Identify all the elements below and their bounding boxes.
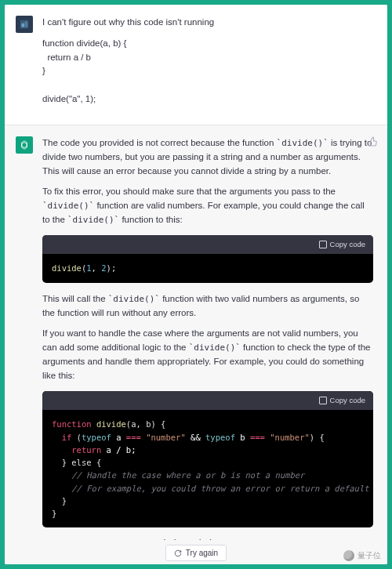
assistant-paragraph: The code you provided is not correct bec… — [42, 136, 373, 178]
clipboard-icon — [319, 241, 327, 248]
code-token: } — [52, 496, 67, 506]
code-token: === — [250, 433, 270, 442]
code-token: if — [52, 433, 77, 442]
text-span: The code you provided is not correct bec… — [42, 138, 277, 147]
inline-code: `divide()` — [277, 138, 328, 148]
copy-code-button[interactable]: Copy code — [330, 239, 365, 251]
inline-code: `divide()` — [108, 294, 160, 304]
inline-code: `a` — [162, 538, 178, 540]
text-span: This will check the type of the — [42, 538, 162, 540]
copy-code-button[interactable]: Copy code — [330, 395, 365, 407]
text-span: and — [178, 538, 198, 540]
code-token: (a, b) { — [126, 419, 166, 429]
code-token: // Handle the case where a or b is not a… — [52, 470, 304, 480]
text-span: This will call the — [42, 294, 108, 303]
chat-frame: I can't figure out why this code isn't r… — [5, 5, 387, 564]
inline-code: `divide()` — [42, 201, 94, 211]
code-content: function divide(a, b) { if (typeof a ===… — [42, 410, 373, 527]
refresh-icon — [174, 549, 182, 557]
code-token: typeof — [82, 433, 116, 442]
assistant-paragraph: If you want to handle the case where the… — [42, 327, 373, 382]
svg-point-3 — [22, 143, 27, 147]
assistant-paragraph: This will check the type of the `a` and … — [42, 537, 373, 540]
user-avatar — [16, 16, 33, 33]
code-block-2: Copy code function divide(a, b) { if (ty… — [42, 391, 373, 528]
thumbs-up-button[interactable] — [368, 136, 378, 151]
code-token: "number" — [146, 433, 186, 442]
inline-code: `divide()` — [67, 215, 119, 225]
assistant-paragraph: This will call the `divide()` function w… — [42, 292, 373, 321]
code-token: , — [92, 263, 102, 273]
user-message: I can't figure out why this code isn't r… — [5, 5, 387, 125]
code-token: } else { — [52, 458, 101, 467]
user-avatar-icon — [19, 19, 30, 30]
code-token: b — [240, 433, 250, 442]
assistant-content: The code you provided is not correct bec… — [42, 136, 373, 529]
code-token: divide — [52, 263, 82, 273]
code-token: "number" — [270, 433, 310, 442]
code-block-header: Copy code — [42, 235, 373, 255]
code-token: // For example, you could throw an error… — [52, 484, 373, 493]
user-code-snippet: function divide(a, b) { return a / b } d… — [42, 37, 373, 107]
code-token: function — [52, 419, 96, 429]
code-block-1: Copy code divide(1, 2); — [42, 235, 373, 283]
inline-code: `divide()` — [189, 342, 241, 353]
code-token: divide — [96, 419, 126, 429]
text-span: To fix this error, you should make sure … — [42, 187, 336, 196]
assistant-message: The code you provided is not correct bec… — [5, 125, 387, 540]
svg-rect-2 — [25, 22, 27, 27]
try-again-label: Try again — [186, 549, 218, 557]
try-again-button[interactable]: Try again — [165, 545, 227, 561]
text-span: function to this: — [119, 215, 183, 224]
code-token: a — [116, 433, 126, 442]
code-token: === — [126, 433, 146, 442]
code-content: divide(1, 2); — [42, 254, 373, 282]
assistant-avatar — [16, 136, 33, 154]
code-token: && — [186, 433, 205, 442]
code-token: ); — [107, 263, 117, 273]
code-block-header: Copy code — [42, 391, 373, 411]
thumbs-up-icon — [368, 136, 378, 147]
user-content: I can't figure out why this code isn't r… — [42, 16, 373, 114]
assistant-paragraph: To fix this error, you should make sure … — [42, 185, 373, 227]
code-token: typeof — [205, 433, 240, 442]
code-token: a / b; — [107, 445, 136, 455]
code-token: ) { — [310, 433, 325, 442]
openai-logo-icon — [19, 140, 30, 150]
inline-code: `b` — [198, 538, 214, 540]
clipboard-icon — [319, 397, 327, 404]
footer: Try again — [5, 540, 387, 564]
svg-rect-1 — [22, 24, 25, 27]
code-token: return — [52, 445, 107, 455]
code-token: } — [52, 509, 56, 518]
user-text: I can't figure out why this code isn't r… — [42, 16, 373, 30]
